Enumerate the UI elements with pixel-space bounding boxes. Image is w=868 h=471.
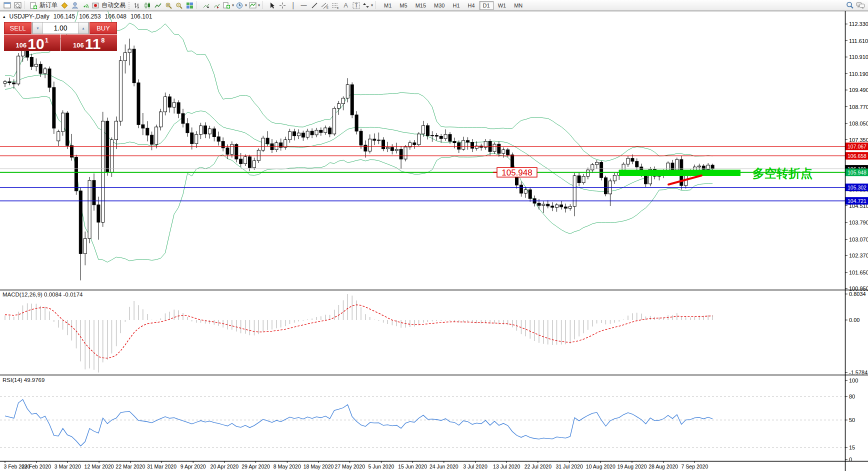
tab-timeframe-m5[interactable]: M5 [396, 1, 410, 10]
main-toolbar: 新订单 自动交易 ▾ ▾ ▾ │ — E F A T ▾ M1 M5 M15 M… [0, 0, 868, 11]
buy-price[interactable]: 106 11 8 [61, 34, 118, 51]
svg-text:0.00: 0.00 [849, 317, 860, 323]
chart-shift-icon[interactable] [212, 0, 222, 10]
market-user-icon[interactable] [70, 0, 80, 10]
community-chat-icon[interactable] [855, 0, 866, 10]
svg-text:103.070: 103.070 [849, 236, 868, 242]
svg-text:12 Mar 2020: 12 Mar 2020 [84, 464, 114, 470]
chevron-down-icon: ▾ [245, 3, 247, 8]
sell-price[interactable]: 106 10 1 [4, 34, 60, 51]
tab-timeframe-d1[interactable]: D1 [480, 1, 494, 10]
tab-timeframe-mn[interactable]: MN [510, 1, 526, 10]
profiles-button[interactable]: ▾ [222, 0, 235, 10]
vline-tool[interactable]: │ [288, 0, 298, 10]
buy-button[interactable]: BUY [90, 22, 117, 34]
svg-text:13 Jul 2020: 13 Jul 2020 [493, 464, 520, 470]
svg-text:-1.5784: -1.5784 [849, 370, 868, 376]
tab-timeframe-m15[interactable]: M15 [412, 1, 430, 10]
macd-name: MACD(12,26,9) [2, 292, 42, 298]
svg-text:107.350: 107.350 [849, 137, 868, 143]
ohlc-open: 106.145 [54, 13, 75, 20]
profiles-icon [223, 2, 230, 9]
svg-text:50: 50 [849, 417, 855, 423]
metaeditor-icon[interactable] [60, 0, 70, 10]
bar-chart-icon[interactable] [132, 0, 142, 10]
arrows-tool[interactable]: ▾ [362, 0, 374, 10]
rsi-label: RSI(14) 49.9769 [2, 377, 44, 383]
chevron-down-icon: ▾ [258, 3, 260, 8]
fibonacci-tool[interactable]: F [330, 0, 340, 10]
sell-price-prefix: 106 [16, 42, 27, 49]
svg-text:102.370: 102.370 [849, 252, 868, 258]
symbol-collapse-icon[interactable]: ▴ [3, 14, 6, 19]
svg-text:0.8034: 0.8034 [849, 291, 866, 297]
trendline-tool[interactable] [309, 0, 320, 10]
new-order-button[interactable]: 新订单 [29, 0, 60, 10]
search-icon[interactable] [844, 0, 855, 10]
svg-text:109.490: 109.490 [849, 87, 868, 93]
svg-text:103.790: 103.790 [849, 220, 868, 226]
volume-decrease-button[interactable]: ▼ [32, 22, 43, 34]
buy-price-pip: 8 [101, 36, 104, 44]
svg-text:110.190: 110.190 [849, 71, 868, 77]
svg-text:28 Aug 2020: 28 Aug 2020 [648, 464, 678, 470]
sell-price-pip: 1 [45, 36, 48, 44]
line-chart-icon[interactable] [153, 0, 164, 10]
one-click-trading-panel: SELL ▼ 1.00 ▲ BUY 106 10 1 106 11 8 [4, 22, 117, 51]
window-preview-icon[interactable] [12, 0, 23, 10]
volume-increase-button[interactable]: ▲ [78, 22, 88, 34]
tab-timeframe-m1[interactable]: M1 [380, 1, 395, 10]
ohlc-close: 106.101 [130, 13, 152, 20]
zoom-out-icon[interactable] [174, 0, 184, 10]
crosshair-tool[interactable] [278, 0, 288, 10]
svg-text:31 Mar 2020: 31 Mar 2020 [147, 464, 176, 470]
chart-canvas[interactable]: 105.948多空转折点112.330111.610110.910110.190… [0, 0, 868, 471]
tab-timeframe-m30[interactable]: M30 [430, 1, 448, 10]
candle-chart-icon[interactable] [142, 0, 153, 10]
period-clock-button[interactable]: ▾ [235, 0, 248, 10]
sell-price-main: 10 [28, 37, 44, 50]
chart-window-icon[interactable] [2, 0, 12, 10]
tab-timeframe-w1[interactable]: W1 [494, 1, 510, 10]
indicators-button[interactable]: ▾ [248, 0, 261, 10]
svg-text:105.948: 105.948 [502, 168, 532, 178]
svg-text:108.050: 108.050 [849, 120, 868, 126]
mt4-terminal: { "toolbar": { "new_order_label": "新订单",… [0, 0, 868, 471]
ohlc-high: 106.253 [79, 13, 100, 20]
cursor-tool[interactable] [267, 0, 278, 10]
macd-signal-value: -0.0174 [63, 292, 82, 298]
volume-stepper: ▼ 1.00 ▲ [32, 22, 89, 34]
svg-text:0: 0 [849, 456, 852, 462]
auto-scroll-icon[interactable] [201, 0, 212, 10]
macd-value: 0.0084 [44, 292, 62, 298]
zoom-in-icon[interactable] [164, 0, 174, 10]
svg-text:多空转折点: 多空转折点 [752, 166, 812, 180]
signals-icon[interactable] [80, 0, 91, 10]
svg-text:15: 15 [849, 444, 855, 450]
text-tool[interactable]: A [340, 0, 351, 10]
svg-text:106.658: 106.658 [848, 153, 866, 159]
clock-icon [236, 2, 244, 9]
svg-text:104.721: 104.721 [848, 198, 866, 204]
svg-text:108.770: 108.770 [849, 104, 868, 110]
svg-text:15 Jun 2020: 15 Jun 2020 [398, 464, 427, 470]
svg-text:112.330: 112.330 [849, 21, 868, 27]
chevron-down-icon: ▾ [371, 3, 373, 8]
tab-timeframe-h1[interactable]: H1 [449, 1, 463, 10]
channel-tool[interactable]: E [320, 0, 330, 10]
tab-timeframe-h4[interactable]: H4 [464, 1, 478, 10]
sell-button[interactable]: SELL [4, 22, 32, 34]
tile-windows-icon[interactable] [184, 0, 195, 10]
svg-text:107.067: 107.067 [848, 144, 866, 150]
text-label-tool[interactable]: T [351, 0, 362, 10]
svg-text:29 Apr 2020: 29 Apr 2020 [242, 464, 270, 470]
autotrade-button[interactable]: 自动交易 [91, 0, 128, 10]
rsi-name: RSI(14) [2, 377, 22, 383]
hline-tool[interactable]: — [298, 0, 309, 10]
volume-value[interactable]: 1.00 [43, 22, 78, 34]
macd-label: MACD(12,26,9) 0.0084 -0.0174 [2, 292, 83, 298]
svg-text:105.302: 105.302 [848, 184, 866, 190]
svg-text:F: F [337, 6, 339, 9]
svg-text:5 Jun 2020: 5 Jun 2020 [368, 464, 394, 470]
ohlc-low: 106.048 [105, 13, 126, 20]
